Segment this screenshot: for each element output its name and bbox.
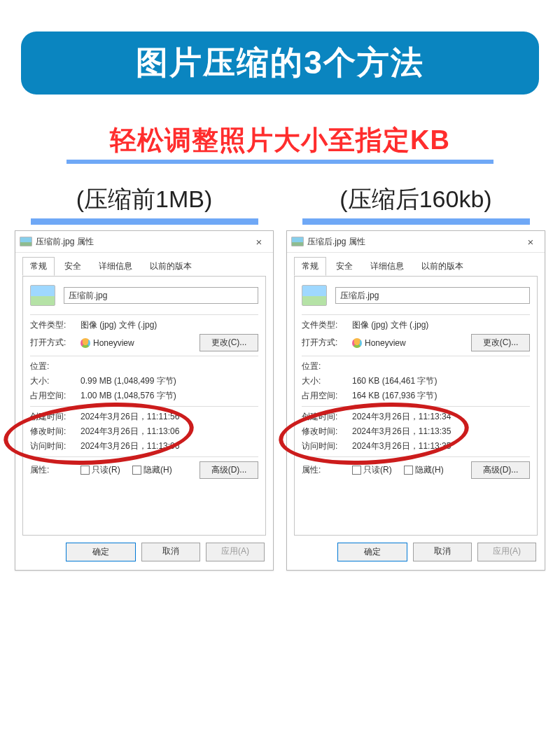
hidden-checkbox[interactable]: 隐藏(H) <box>132 464 172 476</box>
tab-general[interactable]: 常规 <box>22 257 55 276</box>
column-before: (压缩前1MB) 压缩前.jpg 属性 × 常规 安全 详细信息 以前的版本 压… <box>15 183 274 571</box>
label-accessed: 访问时间: <box>30 440 80 452</box>
honeyview-icon <box>352 338 362 348</box>
tab-security[interactable]: 安全 <box>57 257 89 276</box>
tab-details[interactable]: 详细信息 <box>91 257 140 276</box>
apply-button[interactable]: 应用(A) <box>477 543 536 561</box>
label-size-disk: 占用空间: <box>30 390 80 402</box>
label-openwith: 打开方式: <box>302 337 352 349</box>
titlebar: 压缩前.jpg 属性 × <box>15 231 273 253</box>
window-title: 压缩后.jpg 属性 <box>307 236 521 248</box>
honeyview-icon <box>80 338 90 348</box>
value-created: 2024年3月26日，11:11:56 <box>80 411 258 423</box>
change-button[interactable]: 更改(C)... <box>200 334 258 351</box>
label-attributes: 属性: <box>30 464 80 476</box>
tab-previous[interactable]: 以前的版本 <box>414 257 471 276</box>
label-filetype: 文件类型: <box>302 319 352 331</box>
cancel-button[interactable]: 取消 <box>141 543 200 561</box>
label-attributes: 属性: <box>302 464 352 476</box>
properties-dialog-before: 压缩前.jpg 属性 × 常规 安全 详细信息 以前的版本 压缩前.jpg 文件… <box>15 230 274 571</box>
ok-button[interactable]: 确定 <box>337 543 407 561</box>
file-thumb-icon <box>30 285 55 306</box>
file-thumb-icon <box>302 285 327 306</box>
close-icon[interactable]: × <box>521 236 540 248</box>
tab-body: 压缩前.jpg 文件类型: 图像 (jpg) 文件 (.jpg) 打开方式: H… <box>22 276 266 536</box>
column-underline <box>31 218 258 225</box>
column-underline <box>302 218 530 225</box>
tab-details[interactable]: 详细信息 <box>363 257 412 276</box>
banner-title: 图片压缩的3个方法 <box>21 32 539 95</box>
advanced-button[interactable]: 高级(D)... <box>471 461 530 479</box>
apply-button[interactable]: 应用(A) <box>206 543 265 561</box>
label-location: 位置: <box>302 361 352 372</box>
readonly-checkbox[interactable]: 只读(R) <box>352 464 392 476</box>
value-size: 0.99 MB (1,048,499 字节) <box>80 375 258 387</box>
value-size-disk: 1.00 MB (1,048,576 字节) <box>80 390 258 402</box>
subtitle-underline <box>66 160 493 164</box>
filename-input[interactable]: 压缩前.jpg <box>64 287 258 304</box>
label-modified: 修改时间: <box>30 426 80 438</box>
label-size-disk: 占用空间: <box>302 390 352 402</box>
label-filetype: 文件类型: <box>30 319 80 331</box>
close-icon[interactable]: × <box>249 236 269 248</box>
label-accessed: 访问时间: <box>302 440 352 452</box>
column-label-before: (压缩前1MB) <box>76 183 213 216</box>
value-modified: 2024年3月26日，11:13:35 <box>352 426 530 438</box>
filename-input[interactable]: 压缩后.jpg <box>335 287 530 304</box>
subtitle: 轻松调整照片大小至指定KB <box>0 123 560 158</box>
value-size: 160 KB (164,461 字节) <box>352 375 530 387</box>
label-size: 大小: <box>302 375 352 387</box>
value-modified: 2024年3月26日，11:13:06 <box>80 426 258 438</box>
tab-previous[interactable]: 以前的版本 <box>142 257 200 276</box>
change-button[interactable]: 更改(C)... <box>471 334 530 351</box>
tab-strip: 常规 安全 详细信息 以前的版本 <box>15 253 273 276</box>
label-location: 位置: <box>30 361 80 372</box>
column-label-after: (压缩后160kb) <box>340 183 491 216</box>
label-modified: 修改时间: <box>302 426 352 438</box>
label-size: 大小: <box>30 375 80 387</box>
label-created: 创建时间: <box>30 411 80 423</box>
value-openwith: Honeyview <box>352 338 471 348</box>
window-icon <box>291 237 304 246</box>
value-created: 2024年3月26日，11:13:34 <box>352 411 530 423</box>
value-size-disk: 164 KB (167,936 字节) <box>352 390 530 402</box>
properties-dialog-after: 压缩后.jpg 属性 × 常规 安全 详细信息 以前的版本 压缩后.jpg 文件… <box>286 230 545 571</box>
tab-strip: 常规 安全 详细信息 以前的版本 <box>287 253 545 276</box>
window-icon <box>20 237 32 246</box>
advanced-button[interactable]: 高级(D)... <box>200 461 258 479</box>
tab-security[interactable]: 安全 <box>328 257 360 276</box>
value-filetype: 图像 (jpg) 文件 (.jpg) <box>80 319 258 331</box>
value-openwith: Honeyview <box>80 338 200 348</box>
label-created: 创建时间: <box>302 411 352 423</box>
value-filetype: 图像 (jpg) 文件 (.jpg) <box>352 319 530 331</box>
tab-body: 压缩后.jpg 文件类型: 图像 (jpg) 文件 (.jpg) 打开方式: H… <box>294 276 538 536</box>
readonly-checkbox[interactable]: 只读(R) <box>80 464 120 476</box>
value-accessed: 2024年3月26日，11:13:06 <box>80 440 258 452</box>
hidden-checkbox[interactable]: 隐藏(H) <box>404 464 444 476</box>
cancel-button[interactable]: 取消 <box>413 543 472 561</box>
titlebar: 压缩后.jpg 属性 × <box>287 231 545 253</box>
tab-general[interactable]: 常规 <box>294 257 326 276</box>
column-after: (压缩后160kb) 压缩后.jpg 属性 × 常规 安全 详细信息 以前的版本… <box>286 183 545 571</box>
label-openwith: 打开方式: <box>30 337 80 349</box>
ok-button[interactable]: 确定 <box>66 543 136 561</box>
value-accessed: 2024年3月26日，11:13:35 <box>352 440 530 452</box>
window-title: 压缩前.jpg 属性 <box>36 236 249 248</box>
